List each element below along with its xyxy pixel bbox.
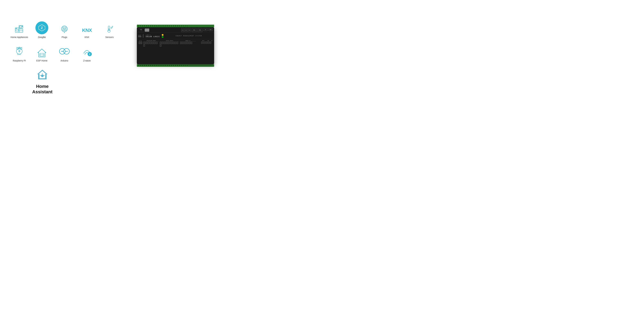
svg-marker-32 (38, 49, 46, 57)
knx-item: KNX KNX (77, 26, 96, 38)
product-name: SOLAR LOGIC (146, 36, 160, 37)
reset-button[interactable] (138, 36, 141, 37)
usb-port-3: USB (188, 28, 191, 32)
reset-section: RESET (138, 35, 141, 37)
svg-point-54 (41, 74, 44, 77)
terminal-pin (138, 64, 140, 66)
terminal-pin (152, 25, 153, 27)
io-terminal (174, 42, 176, 44)
eth2-port: ETH2 (192, 28, 197, 32)
terminal-pin (150, 64, 151, 66)
io-terminal (182, 42, 184, 44)
io-terminal (166, 42, 168, 44)
reset-label: RESET (138, 35, 141, 36)
terminal-pin (142, 25, 143, 27)
esp-home-label: ESP Home (36, 59, 48, 62)
device-container: COM1 RS-485 USB (137, 21, 214, 66)
io-terminal (154, 42, 156, 44)
svg-text:Z: Z (41, 26, 43, 30)
terminal-pin (175, 64, 176, 66)
terminal-pin (150, 25, 151, 27)
knx-text-icon: KNX (82, 27, 92, 33)
io-terminal (176, 42, 178, 44)
io-terminal (164, 42, 166, 44)
eth-ports: ETH2 ETH1 USB HDMI (192, 28, 213, 32)
esp-home-icon (37, 48, 47, 58)
io-terminal (150, 42, 151, 44)
z-wave-icon: Z (80, 45, 94, 58)
terminal-pin (179, 25, 180, 27)
terminal-pin (175, 25, 176, 27)
io-terminal (146, 42, 147, 44)
terminal-pin (181, 64, 182, 66)
brand-section: LaMetric SOLAR LOGIC (146, 34, 160, 37)
terminal-pin (152, 64, 153, 66)
sensors-icon (105, 25, 114, 34)
terminal-pin (182, 64, 184, 66)
led-yellow (162, 34, 164, 36)
terminal-pin (181, 25, 182, 27)
io-terminal (162, 42, 164, 44)
device-body: COM1 RS-485 USB (137, 27, 214, 64)
sensors-label: Sensors (105, 36, 114, 38)
terminal-pin (140, 25, 141, 27)
terminal-pin (184, 64, 186, 66)
power-screw-2 (140, 41, 142, 44)
io-terminal (203, 41, 205, 44)
zeegbe-label: ZeegBe (38, 36, 46, 38)
svg-rect-33 (40, 53, 44, 56)
left-panel: Home Appliances Z ZeegBe (10, 21, 126, 94)
inputs-section: INPUTS 1-WIRE CAN (201, 40, 213, 44)
terminal-pin (171, 64, 172, 66)
terminal-pin (163, 25, 164, 27)
com1-port: COM1 RS-485 (138, 28, 144, 32)
io-terminal (170, 42, 172, 44)
terminal-pin (184, 25, 186, 27)
power-screw-1 (138, 41, 140, 44)
io-terminal (156, 42, 158, 44)
terminal-pin (167, 25, 168, 27)
io-section: 24V DC OPTOISOLATED INPUTS (137, 39, 214, 48)
com1-label: COM1 (140, 29, 142, 30)
terminal-pin (169, 25, 170, 27)
power-label: POWER (143, 34, 144, 38)
home-appliances-icon (14, 25, 24, 34)
io-terminal (188, 42, 190, 44)
terminal-pin (142, 64, 143, 66)
terminal-pin (182, 25, 184, 27)
svg-point-19 (111, 27, 112, 28)
led-group (162, 34, 164, 38)
terminal-pin (148, 25, 149, 27)
terminal-pin (186, 64, 188, 66)
svg-point-12 (64, 28, 64, 29)
z-wave-item: Z Z-wave (77, 45, 96, 62)
terminal-pin (160, 25, 161, 27)
brand-name: LaMetric (146, 34, 160, 36)
right-panel: COM1 RS-485 USB (135, 21, 216, 66)
usb-port-1: USB (181, 28, 184, 32)
terminal-pin (161, 25, 162, 27)
io-terminal (190, 42, 192, 44)
io-terminal (184, 42, 186, 44)
ems-label: ENERGY MANAGEMENT SYSTEM (176, 35, 202, 37)
terminal-pin (146, 25, 147, 27)
analog-section: ANALOG I/O (180, 40, 196, 44)
svg-rect-2 (16, 28, 16, 29)
arduino-label: Arduino (60, 59, 68, 62)
terminal-pin (177, 25, 178, 27)
terminal-pin (160, 64, 161, 66)
usb-port-2: USB (184, 28, 188, 32)
io-terminal (201, 41, 203, 44)
io-terminal (160, 44, 162, 47)
sensors-item: Sensors (100, 25, 119, 38)
hdmi-port: HDMI (208, 28, 213, 31)
terminal-pin (171, 25, 172, 27)
home-assistant-icon (36, 68, 49, 81)
svg-rect-4 (20, 26, 22, 28)
rs485-label: RS-485 (140, 30, 142, 31)
io-terminal (180, 42, 182, 44)
z-wave-label: Z-wave (83, 59, 91, 62)
terminal-pin (169, 64, 170, 66)
terminal-pin (165, 25, 166, 27)
io-terminal (210, 41, 211, 44)
